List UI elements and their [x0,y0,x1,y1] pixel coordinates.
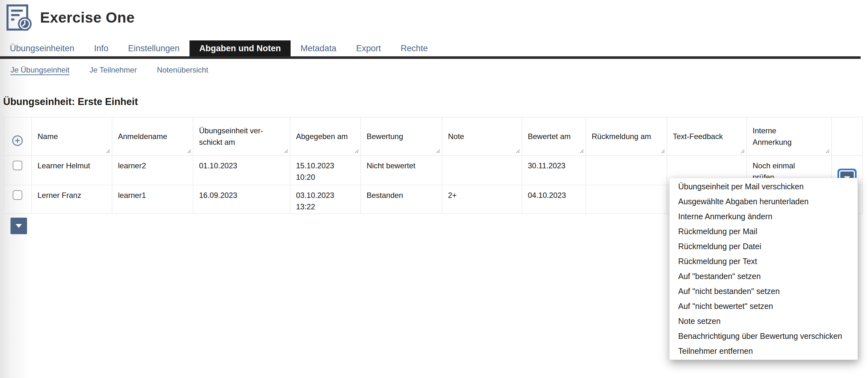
row-actions-menu: Übungseinheit per Mail verschicken Ausge… [669,178,858,360]
column-header-label: Note [448,132,464,141]
resize-grip-icon[interactable] [354,149,359,154]
column-header-verschickt-am[interactable]: Übungseinheit ver- schickt am [193,117,290,155]
column-header-name[interactable]: Name [32,117,112,155]
column-header-bewertung[interactable]: Bewertung [361,117,442,155]
cell-name: Learner Helmut [32,155,112,185]
tab-export[interactable]: Export [346,40,391,56]
tab-metadata[interactable]: Metadata [290,40,346,56]
column-header-label: Name [37,132,58,141]
row-select-checkbox[interactable] [13,190,22,200]
cell-login: learner1 [112,185,193,214]
cell-login: learner2 [112,155,193,185]
column-header-label: Text-Feedback [673,132,723,141]
menu-item-rueckmeldung-per-text[interactable]: Rückmeldung per Text [670,254,858,269]
column-header-label: Rückmeldung am [592,132,651,141]
menu-item-teilnehmer-entfernen[interactable]: Teilnehmer entfernen [670,344,858,358]
column-header-interne-anmerkung[interactable]: Interne Anmerkung [747,117,832,155]
column-header-label: Bewertet am [528,132,571,141]
column-header-label: Übungseinheit ver- schickt am [199,126,263,146]
subtab-je-teilnehmer[interactable]: Je Teilnehmer [89,65,137,75]
tab-abgaben-und-noten[interactable]: Abgaben und Noten [189,40,290,56]
cell-status: Bestanden [361,185,442,214]
row-select-checkbox[interactable] [13,161,22,170]
section-heading: Übungseinheit: Erste Einheit [3,96,138,108]
menu-item-rueckmeldung-per-datei[interactable]: Rückmeldung per Datei [670,239,858,254]
menu-item-auf-nicht-bestanden-setzen[interactable]: Auf "nicht bestanden" setzen [670,284,858,299]
tab-rechte[interactable]: Rechte [391,40,438,56]
resize-grip-icon[interactable] [436,149,440,154]
exercise-page: Exercise One Übungseinheiten Info Einste… [0,0,868,378]
tab-einstellungen[interactable]: Einstellungen [118,40,189,56]
tab-info[interactable]: Info [84,40,118,56]
resize-grip-icon[interactable] [740,149,745,154]
subtab-bar: Je Übungseinheit Je Teilnehmer Notenüber… [10,65,208,75]
cell-sent: 01.10.2023 [193,155,290,185]
subtab-notenuebersicht[interactable]: Notenübersicht [157,65,208,75]
bulk-actions-dropdown-button[interactable] [10,217,27,234]
column-header-text-feedback[interactable]: Text-Feedback [667,117,747,155]
tab-uebungseinheiten[interactable]: Übungseinheiten [0,40,84,56]
resize-grip-icon[interactable] [825,149,830,154]
cell-sent: 16.09.2023 [193,185,290,214]
cell-evaluated: 30.11.2023 [522,155,586,185]
page-title: Exercise One [40,9,135,26]
column-header-anmeldename[interactable]: Anmeldename [112,117,193,155]
subtab-je-uebungseinheit[interactable]: Je Übungseinheit [10,65,69,75]
cell-name: Lerner Franz [32,185,112,214]
cell-mark: 2+ [442,185,522,214]
select-column-header [3,117,32,155]
column-header-actions [832,117,863,155]
titlebar: Exercise One [6,4,135,31]
cell-submitted: 03.10.2023 13:22 [290,185,361,214]
menu-item-benachrichtigung-verschicken[interactable]: Benachrichtigung über Bewertung verschic… [670,329,858,344]
menu-item-interne-anmerkung-aendern[interactable]: Interne Anmerkung ändern [670,209,858,224]
column-header-label: Interne Anmerkung [752,126,792,146]
cell-status: Nicht bewertet [361,155,442,185]
column-header-label: Abgegeben am [296,132,348,141]
menu-item-auf-bestanden-setzen[interactable]: Auf "bestanden" setzen [670,269,858,284]
exercise-assignment-clock-icon [6,4,32,31]
menu-item-uebungseinheit-per-mail[interactable]: Übungseinheit per Mail verschicken [670,179,858,194]
menu-item-auf-nicht-bewertet-setzen[interactable]: Auf "nicht bewertet" setzen [670,299,858,314]
menu-item-abgaben-herunterladen[interactable]: Ausgewählte Abgaben herunterladen [670,194,858,209]
cell-feedback-date [586,155,667,185]
cell-submitted: 15.10.2023 10:20 [290,155,361,185]
table-header-row: Name Anmeldename Übungseinheit ver- schi… [3,117,863,155]
column-header-label: Bewertung [367,132,403,141]
resize-grip-icon[interactable] [516,149,520,154]
cell-evaluated: 04.10.2023 [522,185,586,214]
column-header-rueckmeldung-am[interactable]: Rückmeldung am [586,117,667,155]
resize-grip-icon[interactable] [660,149,665,154]
resize-grip-icon[interactable] [284,149,288,154]
menu-item-rueckmeldung-per-mail[interactable]: Rückmeldung per Mail [670,224,858,239]
cell-mark [442,155,522,185]
tab-bar: Übungseinheiten Info Einstellungen Abgab… [0,40,861,59]
column-header-note[interactable]: Note [442,117,522,155]
column-header-label: Anmeldename [118,132,167,141]
plus-circle-icon[interactable] [12,135,23,146]
cell-feedback-date [586,185,667,214]
caret-down-icon [16,224,22,228]
resize-grip-icon[interactable] [187,149,191,154]
column-header-abgegeben-am[interactable]: Abgegeben am [290,117,361,155]
resize-grip-icon[interactable] [105,149,110,154]
menu-item-note-setzen[interactable]: Note setzen [670,314,858,329]
resize-grip-icon[interactable] [579,149,584,154]
column-header-bewertet-am[interactable]: Bewertet am [522,117,586,155]
